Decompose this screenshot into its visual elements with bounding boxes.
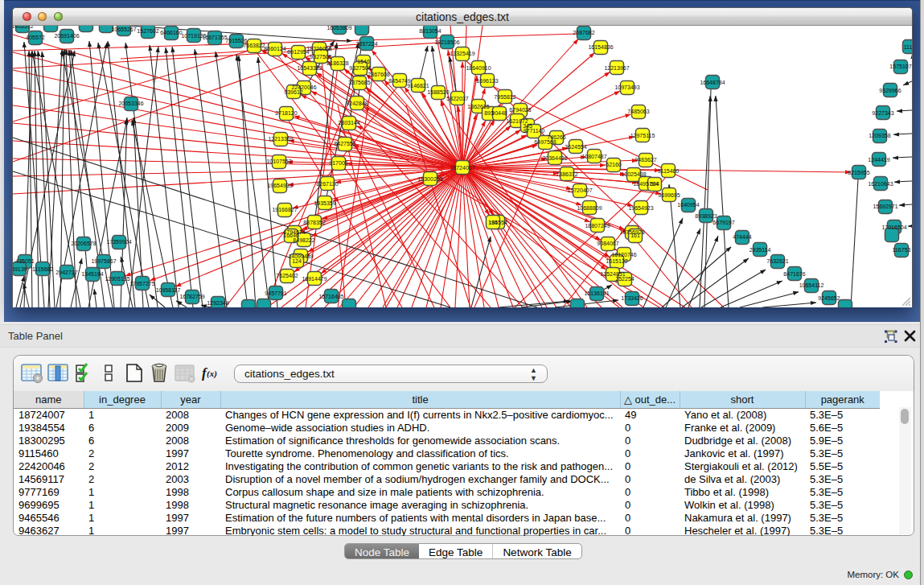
svg-text:12975115: 12975115 [630, 133, 655, 138]
svg-text:10025438: 10025438 [621, 171, 646, 177]
svg-text:16053809: 16053809 [326, 26, 351, 31]
svg-text:1405572: 1405572 [13, 26, 34, 29]
svg-text:12905135: 12905135 [105, 276, 129, 282]
svg-text:2935114: 2935114 [749, 247, 771, 253]
svg-text:604: 604 [650, 181, 659, 187]
svg-text:18226058: 18226058 [306, 46, 331, 51]
svg-text:20364436: 20364436 [542, 155, 567, 161]
svg-text:3624554: 3624554 [565, 144, 586, 150]
svg-text:18807249: 18807249 [585, 223, 610, 229]
svg-text:7632621: 7632621 [766, 258, 788, 264]
svg-text:62160: 62160 [606, 162, 622, 167]
svg-text:252254: 252254 [615, 276, 634, 282]
svg-text:1527602: 1527602 [137, 28, 158, 34]
svg-text:116753: 116753 [893, 247, 911, 253]
svg-text:19654933: 19654933 [267, 183, 292, 188]
svg-text:15716485: 15716485 [318, 294, 343, 299]
svg-text:10107553: 10107553 [266, 159, 291, 164]
svg-text:1117: 1117 [904, 44, 912, 50]
svg-text:10958117: 10958117 [156, 287, 181, 293]
svg-text:17359924: 17359924 [106, 239, 131, 245]
svg-text:2867608: 2867608 [368, 72, 389, 77]
svg-text:8471676: 8471676 [783, 271, 805, 277]
svg-text:9115460: 9115460 [658, 168, 680, 174]
svg-text:9327508: 9327508 [349, 65, 371, 71]
svg-text:7485063: 7485063 [627, 109, 649, 114]
svg-text:16120746: 16120746 [611, 252, 636, 257]
svg-text:8215955: 8215955 [848, 170, 869, 175]
svg-text:20053346: 20053346 [118, 101, 143, 106]
svg-text:19975867: 19975867 [91, 258, 116, 264]
svg-text:16671355: 16671355 [202, 35, 227, 40]
svg-text:939612: 939612 [284, 89, 302, 95]
svg-text:10973493: 10973493 [614, 84, 639, 90]
svg-text:124: 124 [292, 258, 302, 264]
svg-text:9327505: 9327505 [310, 54, 331, 60]
svg-text:17016504: 17016504 [881, 225, 906, 230]
svg-text:1733426: 1733426 [621, 295, 643, 301]
svg-text:39139: 39139 [13, 266, 27, 272]
svg-text:9242848: 9242848 [346, 101, 368, 106]
svg-text:9771140: 9771140 [524, 128, 545, 134]
svg-text:7857224: 7857224 [355, 41, 377, 47]
svg-text:1588520: 1588520 [427, 89, 449, 95]
svg-text:9227343: 9227343 [872, 110, 893, 116]
svg-text:15136141: 15136141 [584, 290, 609, 296]
svg-text:16543382: 16543382 [297, 65, 322, 71]
svg-text:9329966: 9329966 [879, 88, 901, 93]
svg-text:1244419: 1244419 [868, 157, 889, 163]
svg-text:15692971: 15692971 [873, 204, 897, 209]
svg-text:12213369: 12213369 [268, 136, 293, 142]
svg-text:18724007: 18724007 [450, 165, 474, 171]
svg-text:17957275: 17957275 [129, 281, 154, 286]
svg-text:2718120: 2718120 [275, 110, 297, 116]
svg-text:9245652: 9245652 [818, 295, 840, 301]
svg-text:8878352: 8878352 [303, 220, 325, 225]
svg-text:1615132: 1615132 [606, 258, 627, 264]
svg-text:917006: 917006 [329, 160, 347, 166]
svg-text:10807487: 10807487 [581, 154, 606, 159]
svg-text:7625402: 7625402 [276, 273, 298, 278]
svg-text:5822037: 5822037 [446, 96, 468, 101]
svg-text:1292344: 1292344 [207, 300, 228, 306]
svg-text:20206578: 20206578 [71, 241, 96, 246]
svg-text:90448: 90448 [491, 110, 507, 116]
svg-text:7955812: 7955812 [494, 94, 515, 100]
svg-text:10688809: 10688809 [577, 205, 602, 211]
svg-text:8267130: 8267130 [316, 181, 338, 187]
svg-text:3375685: 3375685 [348, 80, 370, 85]
svg-text:19218506: 19218506 [434, 39, 459, 45]
svg-text:8427552: 8427552 [334, 141, 355, 146]
svg-text:1575107: 1575107 [889, 64, 911, 69]
svg-text:2087682: 2087682 [573, 30, 594, 35]
svg-text:16782759: 16782759 [179, 294, 204, 299]
svg-text:161: 161 [630, 233, 640, 238]
svg-text:1546: 1546 [357, 59, 370, 64]
svg-text:6466160: 6466160 [160, 30, 182, 35]
svg-text:8938923: 8938923 [695, 213, 717, 219]
svg-text:435051: 435051 [15, 258, 34, 264]
svg-text:16648784: 16648784 [700, 80, 725, 85]
svg-text:9146821: 9146821 [407, 83, 429, 89]
svg-text:19166827: 19166827 [272, 207, 297, 212]
svg-text:1209358: 1209358 [869, 133, 890, 138]
svg-text:6497568: 6497568 [534, 139, 556, 145]
svg-text:474444: 474444 [733, 234, 751, 240]
svg-text:16646: 16646 [283, 233, 299, 238]
svg-text:405572: 405572 [26, 35, 44, 40]
svg-text:19654923: 19654923 [628, 205, 653, 211]
svg-text:18640910: 18640910 [466, 65, 491, 71]
svg-text:1345194: 1345194 [81, 271, 103, 277]
svg-text:13325419: 13325419 [450, 51, 474, 56]
svg-text:1362615: 1362615 [467, 104, 489, 109]
svg-text:9084067: 9084067 [597, 241, 618, 246]
svg-text:1640954: 1640954 [677, 202, 699, 208]
svg-text:2803144: 2803144 [338, 120, 359, 126]
svg-text:1935359: 1935359 [314, 200, 335, 206]
svg-text:8186328: 8186328 [326, 60, 348, 66]
svg-text:16154836: 16154836 [588, 44, 613, 50]
svg-text:7663822: 7663822 [243, 43, 265, 48]
svg-text:8660124: 8660124 [264, 46, 285, 51]
svg-text:10654112: 10654112 [799, 282, 824, 288]
svg-text:(x): (x) [207, 369, 217, 379]
